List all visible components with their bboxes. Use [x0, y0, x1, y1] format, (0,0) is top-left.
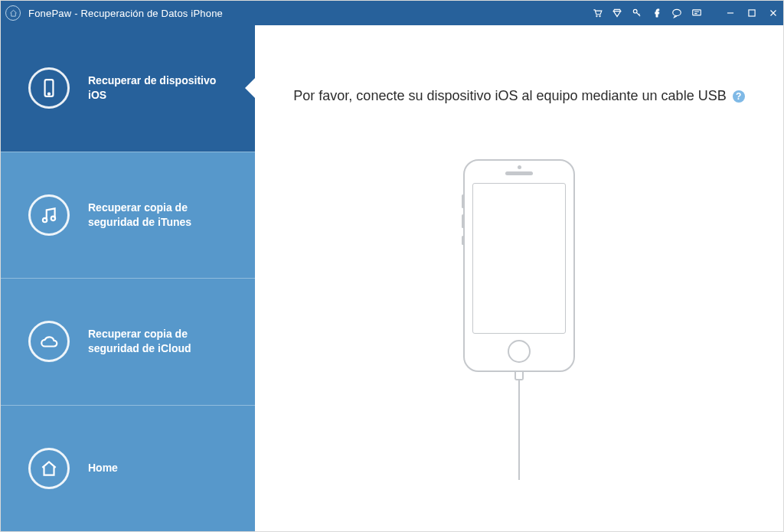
- home-icon: [9, 9, 18, 18]
- sidebar-item-recover-itunes[interactable]: Recuperar copia de seguridad de iTunes: [1, 152, 255, 279]
- svg-point-9: [51, 216, 55, 220]
- sidebar-item-label: Home: [88, 461, 118, 475]
- usb-connector: [514, 371, 524, 380]
- feedback-icon[interactable]: [691, 8, 702, 18]
- minimize-button[interactable]: [725, 8, 736, 18]
- cart-icon[interactable]: [592, 8, 603, 18]
- maximize-button[interactable]: [746, 8, 757, 18]
- usb-cable: [518, 380, 520, 480]
- sidebar-item-home[interactable]: Home: [1, 405, 255, 532]
- svg-point-1: [599, 15, 601, 17]
- phone-icon: [28, 67, 70, 109]
- sidebar: Recuperar de dispositivo iOS Recuperar c…: [1, 25, 255, 531]
- main-panel: Por favor, conecte su dispositivo iOS al…: [255, 25, 783, 531]
- app-title: FonePaw - Recuperación de Datos iPhone: [28, 8, 223, 19]
- chat-icon[interactable]: [671, 8, 682, 18]
- app-window: FonePaw - Recuperación de Datos iPhone: [0, 0, 784, 532]
- svg-point-0: [596, 15, 598, 17]
- sidebar-item-recover-device[interactable]: Recuperar de dispositivo iOS: [1, 25, 255, 152]
- app-body: Recuperar de dispositivo iOS Recuperar c…: [1, 25, 783, 531]
- sidebar-item-recover-icloud[interactable]: Recuperar copia de seguridad de iCloud: [1, 278, 255, 405]
- music-note-icon: [28, 194, 70, 236]
- svg-rect-4: [693, 10, 701, 15]
- connect-instruction: Por favor, conecte su dispositivo iOS al…: [293, 88, 744, 104]
- facebook-icon[interactable]: [652, 8, 662, 18]
- key-icon[interactable]: [632, 8, 642, 18]
- titlebar-home-button[interactable]: [5, 5, 21, 21]
- home-icon: [28, 448, 70, 489]
- cloud-icon: [28, 321, 70, 362]
- help-icon[interactable]: ?: [733, 90, 745, 103]
- phone-outline: [463, 159, 575, 372]
- svg-point-7: [48, 93, 50, 95]
- diamond-icon[interactable]: [612, 8, 622, 18]
- titlebar-toolbar: [592, 8, 779, 18]
- close-button[interactable]: [768, 8, 779, 18]
- sidebar-item-label: Recuperar copia de seguridad de iCloud: [88, 327, 218, 356]
- instruction-text: Por favor, conecte su dispositivo iOS al…: [293, 88, 726, 104]
- sidebar-item-label: Recuperar de dispositivo iOS: [88, 73, 218, 103]
- window-controls: [725, 8, 779, 18]
- svg-point-3: [673, 9, 681, 15]
- svg-point-2: [633, 9, 637, 13]
- phone-illustration: [463, 159, 575, 480]
- titlebar: FonePaw - Recuperación de Datos iPhone: [1, 1, 783, 25]
- svg-point-8: [43, 218, 47, 222]
- sidebar-item-label: Recuperar copia de seguridad de iTunes: [88, 201, 218, 230]
- svg-rect-5: [749, 10, 755, 16]
